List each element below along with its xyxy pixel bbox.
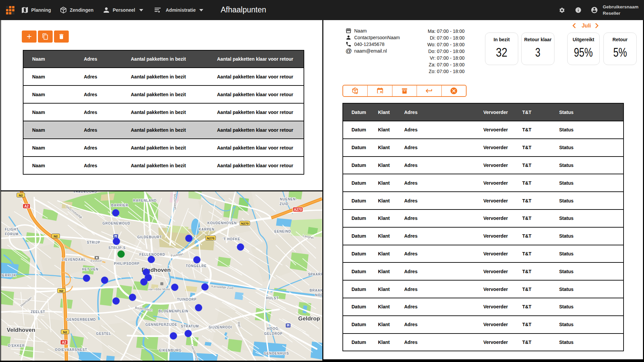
svg-text:FLIGHT: FLIGHT: [5, 228, 19, 231]
svg-text:TERRIJK: TERRIJK: [1, 274, 16, 277]
svg-text:GENNEPERZIJDE: GENNEPERZIJDE: [146, 323, 177, 326]
svg-text:HET VEN: HET VEN: [82, 267, 99, 271]
svg-text:N2: N2: [59, 289, 63, 293]
svg-text:FORUM: FORUM: [5, 232, 19, 236]
svg-text:N2: N2: [19, 193, 23, 197]
svg-text:BRAAKH: BRAAKH: [310, 289, 322, 292]
svg-text:N270: N270: [241, 222, 249, 225]
svg-text:ZEELST: ZEELST: [31, 310, 45, 314]
svg-text:KARPEN: KARPEN: [199, 228, 214, 231]
svg-text:Geldrop: Geldrop: [298, 315, 320, 322]
svg-text:N2: N2: [63, 330, 67, 334]
svg-text:GIJZENROOI: GIJZENROOI: [209, 325, 232, 329]
svg-text:'T HOFKE: 'T HOFKE: [223, 237, 240, 241]
svg-text:BLOEMENPLEIN: BLOEMENPLEIN: [158, 309, 188, 313]
svg-text:TUINDORP: TUINDORP: [177, 298, 197, 301]
svg-text:GENDERBEEMD: GENDERBEEMD: [66, 318, 96, 321]
svg-text:D'EKKER: D'EKKER: [8, 344, 25, 348]
svg-text:STRIJP-S: STRIJP-S: [108, 246, 125, 250]
svg-text:GILDEBUURT: GILDEBUURT: [137, 235, 162, 239]
svg-text:A2: A2: [24, 204, 29, 208]
svg-text:van Abbe Muse: van Abbe Muse: [148, 287, 170, 291]
svg-text:BARRIER: BARRIER: [111, 203, 128, 207]
svg-text:FELLENOORD: FELLENOORD: [140, 253, 165, 256]
svg-text:KOUDENHOVEN: KOUDENHOVEN: [207, 221, 237, 225]
svg-text:N2: N2: [54, 234, 58, 238]
svg-text:NUENEN-: NUENEN-: [280, 197, 297, 201]
svg-text:A2: A2: [62, 341, 66, 344]
svg-text:RAPENLAND: RAPENLAND: [133, 199, 157, 202]
svg-text:PHILIPSDORP: PHILIPSDORP: [114, 262, 140, 265]
svg-text:NOO: NOO: [315, 293, 322, 297]
svg-text:GROENEWOUD: GROENEWOUD: [103, 222, 130, 225]
svg-text:VREDEOORD: VREDEOORD: [73, 191, 97, 193]
svg-text:STRATUM: STRATUM: [181, 324, 199, 328]
svg-text:Muzenlaan: Muzenlaan: [173, 194, 177, 210]
svg-text:HULST: HULST: [266, 296, 278, 300]
svg-text:GELDROP: GELDROP: [264, 332, 282, 336]
svg-text:GENOENHUIS: GENOENHUIS: [264, 352, 289, 355]
svg-text:ZUID: ZUID: [280, 202, 289, 206]
svg-text:EIKENBURG: EIKENBURG: [159, 349, 181, 352]
svg-text:SPAARPOT: SPAARPOT: [308, 273, 322, 276]
svg-text:LIEVENDAAL: LIEVENDAAL: [62, 258, 86, 261]
svg-text:TONGELRE: TONGELRE: [186, 264, 207, 268]
svg-text:A270: A270: [294, 208, 302, 212]
svg-text:HOOG-: HOOG-: [267, 327, 280, 330]
svg-text:STRIJP: STRIJP: [87, 241, 100, 244]
svg-text:OOIEVAARSNEST: OOIEVAARSNEST: [55, 348, 87, 352]
svg-text:N270: N270: [207, 236, 215, 240]
svg-text:Veldhoven: Veldhoven: [7, 327, 35, 333]
svg-text:EENEIND: EENEIND: [274, 230, 291, 233]
svg-text:GESTEL: GESTEL: [96, 332, 111, 336]
